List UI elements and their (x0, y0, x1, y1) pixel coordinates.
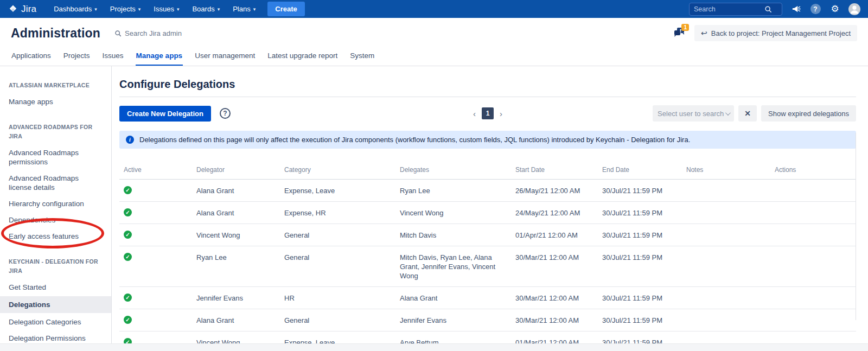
cell-delegator: Alana Grant (192, 309, 280, 331)
chevron-down-icon: ▾ (94, 7, 97, 12)
cell-notes (682, 287, 770, 299)
cell-actions (770, 309, 856, 322)
column-header-delegator: Delegator (192, 163, 280, 179)
nav-menu-item[interactable]: Projects▾ (105, 2, 146, 16)
table-row: ✓ Alana Grant Expense, Leave Ryan Lee 26… (119, 180, 856, 202)
cell-actions (770, 224, 856, 237)
table-row: ✓ Alana Grant General Jennifer Evans 30/… (119, 309, 856, 331)
back-to-project-button[interactable]: ↩ Back to project: Project Management Pr… (694, 25, 857, 41)
sidebar-section-heading: KEYCHAIN - DELEGATION FOR JIRA (0, 254, 111, 278)
column-header-delegates: Delegates (395, 163, 511, 179)
admin-tab[interactable]: Latest upgrade report (267, 48, 338, 66)
table-row: ✓ Jennifer Evans HR Alana Grant 30/Mar/2… (119, 287, 856, 309)
sidebar-item[interactable]: Manage apps (0, 94, 111, 109)
cell-category: Expense, HR (280, 202, 395, 224)
admin-tab[interactable]: Applications (11, 48, 52, 66)
pagination: ‹ 1 › (473, 107, 502, 119)
nav-menu-item[interactable]: Plans▾ (227, 2, 261, 16)
chevron-down-icon: ▾ (253, 7, 256, 12)
sidebar-section-heading: ATLASSIAN MARKETPLACE (0, 78, 111, 93)
admin-search[interactable]: Search Jira admin (114, 29, 182, 37)
cell-delegator: Alana Grant (192, 180, 280, 201)
nav-menu-item[interactable]: Dashboards▾ (48, 2, 103, 16)
sidebar-item[interactable]: Delegation Categories (0, 315, 111, 329)
active-check-icon: ✓ (124, 208, 132, 216)
cell-actions (770, 331, 856, 344)
topnav-right: ? ⚙ (689, 3, 860, 16)
cell-start-date: 30/Mar/21 12:00 AM (511, 246, 598, 268)
footer-strip (0, 343, 868, 351)
cell-active: ✓ (119, 287, 192, 308)
jira-logo[interactable]: Jira (8, 4, 36, 15)
cell-active: ✓ (119, 180, 192, 200)
cell-end-date: 30/Jul/21 11:59 PM (598, 287, 682, 309)
nav-menu-item[interactable]: Boards▾ (187, 2, 225, 16)
table-row: ✓ Ryan Lee General Mitch Davis, Ryan Lee… (119, 246, 856, 287)
cell-start-date: 24/May/21 12:00 AM (511, 202, 598, 224)
help-icon[interactable]: ? (220, 108, 231, 119)
admin-tab[interactable]: Manage apps (136, 48, 183, 66)
nav-menu-item[interactable]: Issues▾ (148, 2, 184, 16)
cell-start-date: 30/Mar/21 12:00 AM (511, 287, 598, 309)
active-check-icon: ✓ (124, 186, 132, 194)
column-header-end-date: End Date (598, 163, 682, 179)
sidebar-item[interactable]: Delegations (0, 296, 111, 313)
global-search-input[interactable] (694, 5, 764, 13)
global-search[interactable] (689, 3, 782, 16)
feedback-icon[interactable]: 1 (673, 27, 687, 40)
admin-tab[interactable]: System (349, 48, 375, 66)
cell-delegates: Jennifer Evans (395, 309, 511, 331)
admin-header: Administration Search Jira admin 1 (0, 18, 868, 48)
column-header-category: Category (280, 163, 395, 179)
cell-category: General (280, 309, 395, 331)
show-expired-delegations-button[interactable]: Show expired delegations (761, 105, 856, 122)
toolbar: Create New Delegation ? ‹ 1 › Select use… (119, 105, 856, 122)
sidebar-item[interactable]: Dependencies (0, 213, 111, 227)
admin-tabbar: Applications Projects Issues Manage apps… (0, 48, 868, 66)
sidebar-item[interactable]: Advanced Roadmaps permissions (0, 145, 111, 169)
search-icon (114, 30, 122, 37)
sidebar-item[interactable]: Hierarchy configuration (0, 196, 111, 211)
column-header-actions: Actions (770, 163, 856, 179)
create-button[interactable]: Create (267, 2, 304, 16)
cell-category: General (280, 224, 395, 246)
cell-notes (682, 331, 770, 344)
main-content: Configure Delegations Create New Delegat… (112, 66, 868, 343)
cell-end-date: 30/Jul/21 11:59 PM (598, 309, 682, 331)
cell-delegator: Vincent Wong (192, 224, 280, 246)
pagination-next[interactable]: › (500, 109, 502, 118)
megaphone-icon[interactable] (790, 3, 802, 15)
pagination-prev[interactable]: ‹ (473, 109, 476, 118)
active-check-icon: ✓ (124, 293, 132, 302)
sidebar-item[interactable]: Advanced Roadmaps license details (0, 171, 111, 195)
admin-tab[interactable]: Issues (102, 48, 124, 66)
admin-tab[interactable]: User management (194, 48, 256, 66)
top-navbar: Jira Dashboards▾ Projects▾ Issues▾ Board… (0, 0, 868, 18)
jira-logo-icon (8, 4, 18, 14)
cell-end-date: 30/Jul/21 11:59 PM (598, 202, 682, 224)
column-header-notes: Notes (682, 163, 770, 179)
cell-active: ✓ (119, 309, 192, 330)
cell-notes (682, 180, 770, 192)
cell-actions (770, 180, 856, 192)
jira-admin-page: Jira Dashboards▾ Projects▾ Issues▾ Board… (0, 0, 868, 351)
active-check-icon: ✓ (124, 231, 132, 239)
admin-header-right: 1 ↩ Back to project: Project Management … (673, 25, 857, 41)
sidebar-item[interactable]: Early access features (0, 229, 111, 244)
delegations-table: Active Delegator Category Delegates Star… (119, 163, 856, 351)
sidebar-item[interactable]: Get Started (0, 280, 111, 295)
back-arrow-icon: ↩ (701, 29, 707, 37)
info-banner-text: Delegations defined on this page will on… (139, 136, 690, 144)
admin-tab[interactable]: Projects (63, 48, 91, 66)
table-row: ✓ Vincent Wong General Mitch Davis 01/Ap… (119, 224, 856, 246)
help-icon[interactable]: ? (809, 3, 821, 15)
cell-start-date: 30/Mar/21 12:00 AM (511, 309, 598, 331)
user-search-select[interactable]: Select user to search (653, 105, 734, 122)
create-new-delegation-button[interactable]: Create New Delegation (119, 106, 211, 122)
cell-start-date: 01/Apr/21 12:00 AM (511, 224, 598, 246)
jira-logo-text: Jira (21, 4, 36, 15)
user-avatar[interactable] (848, 3, 860, 15)
gear-icon[interactable]: ⚙ (829, 3, 841, 15)
clear-filter-button[interactable]: ✕ (738, 105, 757, 122)
search-icon (764, 5, 772, 13)
